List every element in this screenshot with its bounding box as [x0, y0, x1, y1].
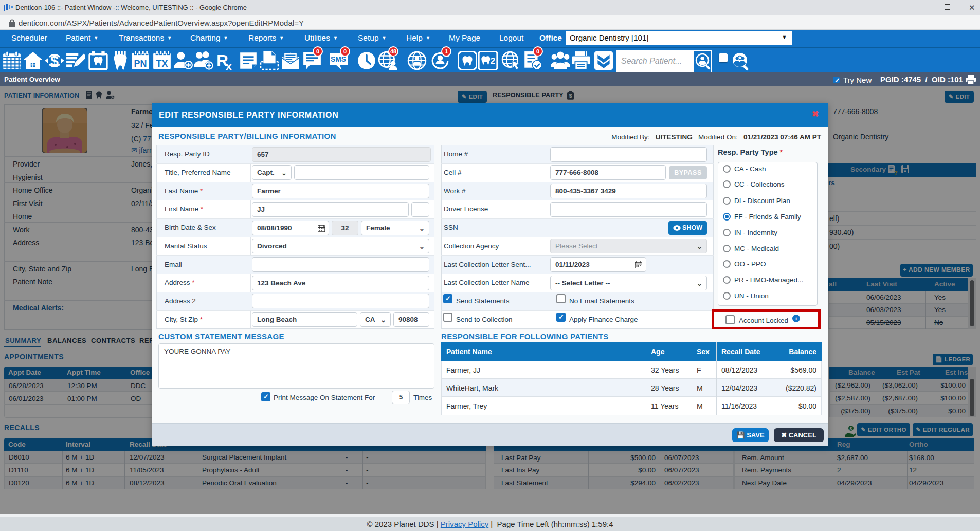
svg-text:$: $: [50, 52, 59, 69]
svg-text:2: 2: [491, 56, 495, 66]
svg-text:x: x: [226, 60, 232, 70]
svg-text:TX: TX: [156, 59, 168, 69]
svg-text:SMS: SMS: [331, 56, 346, 63]
svg-text:PN: PN: [134, 59, 147, 69]
